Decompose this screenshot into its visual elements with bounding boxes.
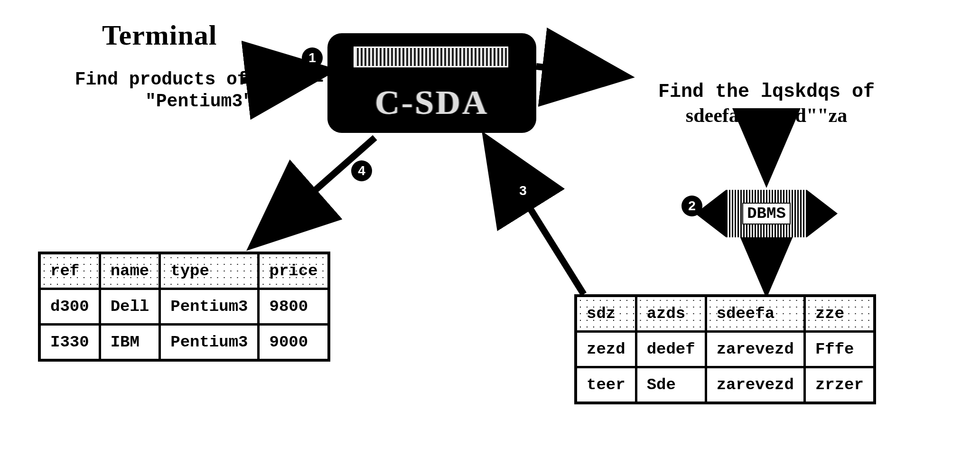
table-row: I330 IBM Pentium3 9000 bbox=[39, 325, 329, 361]
left-result-table: ref name type price d300 Dell Pentium3 9… bbox=[38, 252, 330, 362]
table-row: teer Sde zarevezd zrzer bbox=[576, 367, 875, 403]
col-price: price bbox=[259, 253, 329, 289]
svg-line-3 bbox=[536, 66, 622, 76]
table-row: zezd dedef zarevezd Fffe bbox=[576, 332, 875, 367]
left-query-line2: "Pentium3" bbox=[71, 91, 327, 112]
cell: Pentium3 bbox=[160, 289, 259, 325]
step-marker-4: 4 bbox=[351, 160, 372, 181]
cell: Sde bbox=[636, 367, 706, 403]
col-type: type bbox=[160, 253, 259, 289]
cell: zarevezd bbox=[706, 332, 804, 367]
page-title: Terminal bbox=[102, 19, 217, 52]
step-marker-1: 1 bbox=[302, 47, 323, 68]
csda-top-bar-icon bbox=[354, 47, 508, 67]
table-header-row: sdz azds sdeefa zze bbox=[576, 296, 875, 332]
dbms-right-point-icon bbox=[807, 190, 838, 237]
csda-box: C-SDA bbox=[327, 33, 536, 133]
cell: I330 bbox=[39, 325, 100, 361]
cell: Pentium3 bbox=[160, 325, 259, 361]
col-sdeefa: sdeefa bbox=[706, 296, 804, 332]
cell: teer bbox=[576, 367, 636, 403]
dbms-body: DBMS bbox=[726, 190, 807, 237]
cell: Dell bbox=[100, 289, 160, 325]
col-sdz: sdz bbox=[576, 296, 636, 332]
cell: dedef bbox=[636, 332, 706, 367]
csda-label: C-SDA bbox=[375, 83, 489, 122]
cell: zarevezd bbox=[706, 367, 804, 403]
svg-line-4 bbox=[256, 138, 375, 242]
col-zze: zze bbox=[804, 296, 875, 332]
table-header-row: ref name type price bbox=[39, 253, 329, 289]
col-name: name bbox=[100, 253, 160, 289]
col-ref: ref bbox=[39, 253, 100, 289]
cell: 9800 bbox=[259, 289, 329, 325]
step-marker-3: 3 bbox=[513, 180, 533, 201]
col-azds: azds bbox=[636, 296, 706, 332]
dbms-label: DBMS bbox=[742, 203, 791, 224]
left-query-text: Find products of type = "Pentium3" bbox=[71, 69, 327, 112]
dbms-node: DBMS bbox=[698, 180, 835, 247]
cell: 9000 bbox=[259, 325, 329, 361]
cell: Fffe bbox=[804, 332, 875, 367]
cell: IBM bbox=[100, 325, 160, 361]
svg-line-5 bbox=[489, 142, 584, 294]
table-row: d300 Dell Pentium3 9800 bbox=[39, 289, 329, 325]
right-query-line2: sdeefa=revezd""za bbox=[686, 104, 847, 126]
dbms-left-point-icon bbox=[695, 190, 726, 237]
cell: zezd bbox=[576, 332, 636, 367]
cell: zrzer bbox=[804, 367, 875, 403]
right-result-table: sdz azds sdeefa zze zezd dedef zarevezd … bbox=[574, 294, 876, 404]
step-marker-2: 2 bbox=[681, 196, 702, 216]
right-query-text: Find the lqskdqs of sdeefa=revezd""za bbox=[634, 81, 899, 129]
cell: d300 bbox=[39, 289, 100, 325]
right-query-line1: Find the lqskdqs of bbox=[658, 81, 875, 103]
left-query-line1: Find products of type = bbox=[75, 69, 324, 90]
